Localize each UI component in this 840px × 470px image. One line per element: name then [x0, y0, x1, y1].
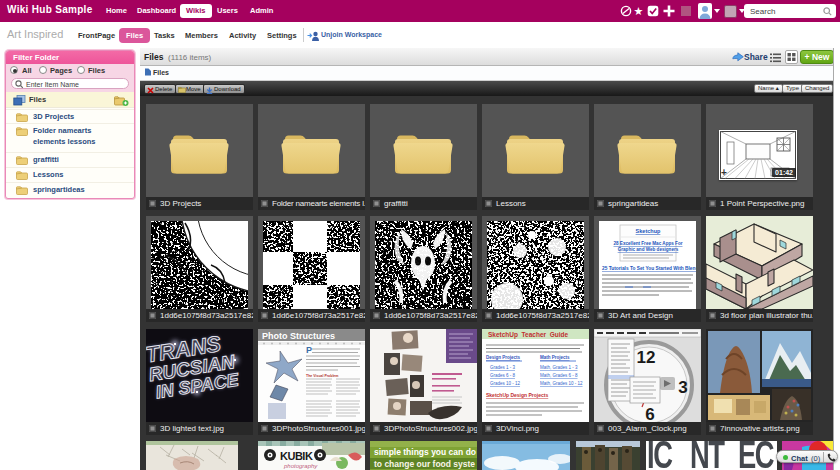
svg-text:Math Projects: Math Projects — [540, 355, 570, 360]
svg-text:simple things you can do: simple things you can do — [374, 447, 476, 457]
svg-text:Grades 10 - 12: Grades 10 - 12 — [490, 381, 521, 386]
svg-text:SketchUp Design Projects: SketchUp Design Projects — [486, 392, 548, 398]
svg-text:The Visual Problem: The Visual Problem — [306, 374, 338, 378]
svg-text:25 Tutorials To Set You Starte: 25 Tutorials To Set You Started With Ble… — [602, 266, 696, 271]
svg-text:28 Excellent Free Mac Apps For: 28 Excellent Free Mac Apps For — [613, 241, 682, 246]
svg-text:Graphic and Web designers: Graphic and Web designers — [618, 247, 679, 252]
svg-text:Math, Grades 1 - 3: Math, Grades 1 - 3 — [540, 365, 578, 370]
svg-text:Math, Grades 6 - 8: Math, Grades 6 - 8 — [540, 373, 578, 378]
svg-text:Design Projects: Design Projects — [486, 355, 521, 360]
svg-text:P: P — [306, 345, 312, 355]
svg-text:KUBIK: KUBIK — [280, 450, 313, 462]
svg-text:3: 3 — [678, 378, 687, 397]
svg-text:Sketchup: Sketchup — [636, 228, 661, 234]
svg-text:SketchUp Teacher Guide: SketchUp Teacher Guide — [488, 331, 568, 339]
svg-text:photography: photography — [283, 463, 318, 469]
svg-text:Math, Grades 10 - 12: Math, Grades 10 - 12 — [540, 381, 583, 386]
svg-text:Grades 1 - 3: Grades 1 - 3 — [490, 365, 516, 370]
svg-text:Grades 6 - 8: Grades 6 - 8 — [490, 373, 516, 378]
svg-text:Photo Structures: Photo Structures — [262, 331, 335, 341]
svg-text:12: 12 — [637, 348, 656, 367]
svg-text:to change our food syste: to change our food syste — [374, 459, 475, 469]
svg-text:6: 6 — [645, 405, 654, 422]
